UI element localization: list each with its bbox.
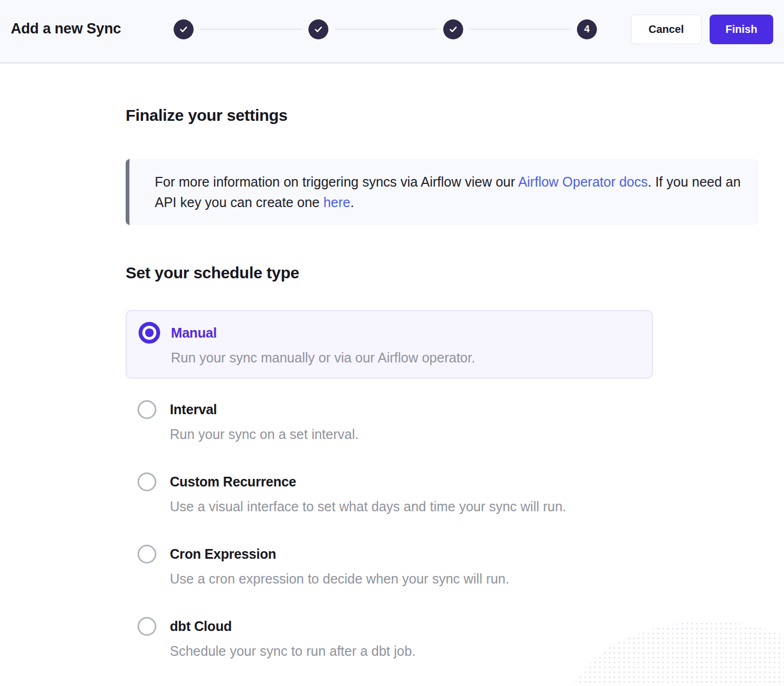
schedule-option-cron-expression[interactable]: Cron Expression Use a cron expression to… xyxy=(137,544,759,588)
radio-selected-manual[interactable] xyxy=(139,322,160,344)
step-number: 4 xyxy=(584,24,589,35)
radio-unselected-cron-expression[interactable] xyxy=(137,545,156,564)
stepper-connector xyxy=(200,29,302,30)
option-text: Custom Recurrence Use a visual interface… xyxy=(170,471,566,516)
callout-text: For more information on triggering syncs… xyxy=(155,174,518,189)
schedule-type-options: Manual Run your sync manually or via our… xyxy=(126,310,759,660)
radio-column xyxy=(137,544,170,564)
finish-button[interactable]: Finish xyxy=(710,15,773,44)
schedule-type-heading: Set your schedule type xyxy=(126,264,759,282)
stepper-step-2-complete[interactable] xyxy=(308,19,328,39)
airflow-operator-docs-link[interactable]: Airflow Operator docs xyxy=(518,174,648,189)
radio-unselected-dbt-cloud[interactable] xyxy=(137,617,156,636)
schedule-option-dbt-cloud[interactable]: dbt Cloud Schedule your sync to run afte… xyxy=(137,616,759,660)
stepper-step-1-complete[interactable] xyxy=(174,19,194,39)
schedule-option-manual[interactable]: Manual Run your sync manually or via our… xyxy=(126,310,653,379)
option-description-manual: Run your sync manually or via our Airflo… xyxy=(171,348,475,367)
option-description-custom-recurrence: Use a visual interface to set what days … xyxy=(170,497,566,516)
page-title: Add a new Sync xyxy=(11,20,121,37)
radio-column xyxy=(137,399,170,419)
option-text: Manual Run your sync manually or via our… xyxy=(171,322,475,367)
option-label-custom-recurrence: Custom Recurrence xyxy=(170,473,566,490)
radio-unselected-custom-recurrence[interactable] xyxy=(137,472,156,491)
option-description-interval: Run your sync on a set interval. xyxy=(170,425,359,443)
option-description-dbt-cloud: Schedule your sync to run after a dbt jo… xyxy=(170,642,416,660)
check-icon xyxy=(449,25,458,34)
option-label-interval: Interval xyxy=(170,401,359,418)
radio-column xyxy=(139,322,171,344)
stepper-step-4-current: 4 xyxy=(577,19,597,39)
main-content: Finalize your settings For more informat… xyxy=(0,65,784,686)
create-api-key-link[interactable]: here xyxy=(324,195,350,210)
stepper-step-3-complete[interactable] xyxy=(443,19,463,39)
check-icon xyxy=(314,25,323,34)
cancel-button[interactable]: Cancel xyxy=(631,15,702,44)
radio-column xyxy=(137,471,170,491)
option-text: Interval Run your sync on a set interval… xyxy=(170,399,359,443)
callout-text: . xyxy=(350,195,354,210)
option-label-dbt-cloud: dbt Cloud xyxy=(170,618,416,635)
stepper-connector xyxy=(470,29,570,30)
finalize-settings-heading: Finalize your settings xyxy=(126,106,759,125)
option-label-cron-expression: Cron Expression xyxy=(170,545,509,562)
airflow-info-callout: For more information on triggering syncs… xyxy=(126,159,759,225)
wizard-header: Add a new Sync 4 Cancel Finish xyxy=(0,0,784,64)
check-icon xyxy=(179,25,188,34)
option-text: Cron Expression Use a cron expression to… xyxy=(170,544,509,588)
option-text: dbt Cloud Schedule your sync to run afte… xyxy=(170,616,416,660)
schedule-option-custom-recurrence[interactable]: Custom Recurrence Use a visual interface… xyxy=(137,471,759,516)
stepper-connector xyxy=(335,29,437,30)
option-description-cron-expression: Use a cron expression to decide when you… xyxy=(170,570,509,588)
schedule-option-interval[interactable]: Interval Run your sync on a set interval… xyxy=(137,399,759,443)
radio-unselected-interval[interactable] xyxy=(137,400,156,419)
radio-column xyxy=(137,616,170,636)
option-label-manual: Manual xyxy=(171,324,475,341)
